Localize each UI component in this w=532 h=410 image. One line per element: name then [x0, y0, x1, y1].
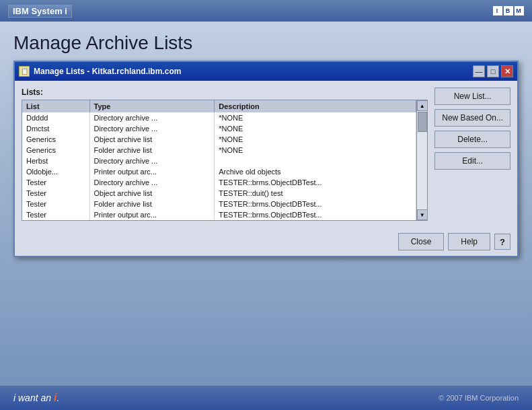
- lists-label: Lists:: [22, 88, 428, 97]
- delete-button[interactable]: Delete...: [434, 131, 510, 148]
- cell-description: TESTER::duit() test: [215, 188, 416, 199]
- cell-list: Tester: [22, 177, 89, 188]
- new-list-button[interactable]: New List...: [434, 88, 510, 105]
- table-row[interactable]: TesterDirectory archive ...TESTER::brms.…: [22, 177, 416, 188]
- dialog-app-icon: 📋: [19, 66, 30, 77]
- cell-list: Tester: [22, 199, 89, 209]
- table-row[interactable]: GenericsObject archive list*NONE: [22, 134, 416, 145]
- table-row[interactable]: TesterFolder archive listTESTER::brms.Ob…: [22, 199, 416, 209]
- cell-type: Directory archive ...: [89, 177, 215, 188]
- cell-list: Dmctst: [22, 123, 89, 134]
- copyright-text: © 2007 IBM Corporation: [439, 394, 519, 402]
- help-question-button[interactable]: ?: [494, 234, 510, 250]
- slogan-prefix: i want an: [13, 392, 54, 403]
- col-header-list: List: [22, 100, 89, 112]
- cell-description: TESTER::brms.ObjectDBTest...: [215, 209, 416, 220]
- scroll-track[interactable]: [417, 111, 427, 209]
- cell-description: *NONE: [215, 134, 416, 145]
- vertical-scrollbar[interactable]: ▲ ▼: [416, 100, 427, 220]
- system-title: IBM System i: [8, 5, 72, 18]
- cell-type: Directory archive ...: [89, 156, 215, 166]
- col-header-type: Type: [89, 100, 215, 112]
- table-row[interactable]: DddddDirectory archive ...*NONE: [22, 112, 416, 123]
- cell-list: Ddddd: [22, 112, 89, 123]
- dialog-body: Lists: List Type Description DddddDirect…: [15, 81, 517, 228]
- dialog-title-left: 📋 Manage Lists - Kitkat.rchland.ibm.com: [19, 66, 181, 77]
- close-window-button[interactable]: ✕: [501, 65, 513, 77]
- cell-list: Herbst: [22, 156, 89, 166]
- new-based-on-button[interactable]: New Based On...: [434, 109, 510, 127]
- cell-type: Object archive list: [89, 188, 215, 199]
- table-row[interactable]: Oldobje...Printer output arc...Archive o…: [22, 166, 416, 177]
- minimize-button[interactable]: —: [473, 65, 485, 77]
- right-action-buttons: New List... New Based On... Delete... Ed…: [434, 88, 510, 221]
- scroll-up-button[interactable]: ▲: [417, 100, 428, 111]
- cell-list: Generics: [22, 145, 89, 156]
- table-body[interactable]: DddddDirectory archive ...*NONEDmctstDir…: [22, 112, 416, 220]
- cell-description: *NONE: [215, 123, 416, 134]
- col-header-description: Description: [215, 100, 416, 112]
- cell-type: Printer output arc...: [89, 209, 215, 220]
- page-title: Manage Archive Lists: [0, 22, 532, 61]
- page-footer: i want an i. © 2007 IBM Corporation: [0, 386, 532, 410]
- cell-description: [215, 156, 416, 166]
- footer-right: © 2007 IBM Corporation: [439, 394, 519, 402]
- cell-type: Directory archive ...: [89, 112, 215, 123]
- edit-button[interactable]: Edit...: [434, 152, 510, 170]
- cell-description: Archive old objects: [215, 166, 416, 177]
- ibm-logo: IBM: [493, 6, 524, 15]
- table-container: List Type Description DddddDirectory arc…: [22, 100, 428, 221]
- manage-lists-dialog: 📋 Manage Lists - Kitkat.rchland.ibm.com …: [13, 61, 519, 257]
- close-button[interactable]: Close: [398, 233, 445, 250]
- cell-type: Printer output arc...: [89, 166, 215, 177]
- cell-type: Folder archive list: [89, 145, 215, 156]
- cell-description: TESTER::brms.ObjectDBTest...: [215, 177, 416, 188]
- cell-description: *NONE: [215, 112, 416, 123]
- cell-list: Tester: [22, 209, 89, 220]
- table-area: Lists: List Type Description DddddDirect…: [22, 88, 428, 221]
- table-row[interactable]: DmctstDirectory archive ...*NONE: [22, 123, 416, 134]
- lists-table: List Type Description DddddDirectory arc…: [22, 100, 416, 220]
- help-button[interactable]: Help: [448, 233, 490, 250]
- maximize-button[interactable]: □: [487, 65, 499, 77]
- dialog-footer: Close Help ?: [15, 228, 517, 256]
- dialog-titlebar: 📋 Manage Lists - Kitkat.rchland.ibm.com …: [15, 62, 517, 81]
- scroll-thumb[interactable]: [418, 112, 427, 132]
- top-bar: IBM System i IBM: [0, 0, 532, 22]
- table-row[interactable]: HerbstDirectory archive ...: [22, 156, 416, 166]
- table-row[interactable]: TesterObject archive listTESTER::duit() …: [22, 188, 416, 199]
- scroll-down-button[interactable]: ▼: [417, 209, 428, 220]
- cell-type: Object archive list: [89, 134, 215, 145]
- table-header-row: List Type Description: [22, 100, 416, 112]
- dialog-title-text: Manage Lists - Kitkat.rchland.ibm.com: [34, 67, 181, 76]
- table-inner: List Type Description DddddDirectory arc…: [22, 100, 416, 220]
- cell-description: *NONE: [215, 145, 416, 156]
- cell-list: Generics: [22, 134, 89, 145]
- table-row[interactable]: GenericsFolder archive list*NONE: [22, 145, 416, 156]
- cell-list: Oldobje...: [22, 166, 89, 177]
- table-row[interactable]: TesterPrinter output arc...TESTER::brms.…: [22, 209, 416, 220]
- cell-list: Tester: [22, 188, 89, 199]
- slogan-suffix: .: [56, 392, 59, 403]
- cell-type: Directory archive ...: [89, 123, 215, 134]
- cell-description: TESTER::brms.ObjectDBTest...: [215, 199, 416, 209]
- cell-type: Folder archive list: [89, 199, 215, 209]
- dialog-window-controls: — □ ✕: [473, 65, 513, 77]
- footer-slogan: i want an i.: [13, 392, 59, 404]
